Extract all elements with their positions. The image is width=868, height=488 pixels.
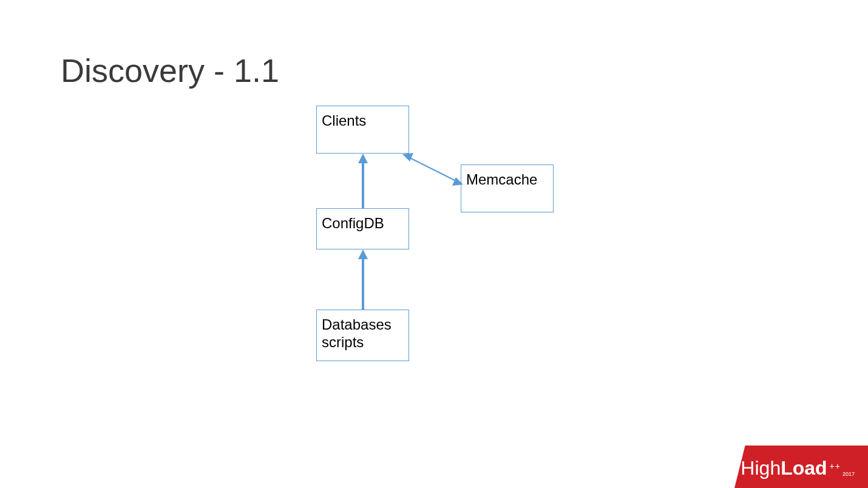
arrow-databases-to-configdb [358, 249, 370, 311]
logo-prefix: High [741, 457, 781, 480]
slide-title: Discovery - 1.1 [61, 52, 279, 89]
logo-plus: ++ [830, 461, 841, 471]
svg-marker-3 [358, 249, 368, 259]
box-databases: Databases scripts [316, 310, 409, 361]
box-configdb: ConfigDB [316, 208, 409, 249]
logo-text: HighLoad ++ 2017 [741, 457, 855, 480]
arrow-clients-memcache [402, 151, 466, 193]
box-configdb-label: ConfigDB [322, 215, 384, 232]
box-databases-label: Databases scripts [322, 316, 404, 351]
box-clients-label: Clients [322, 112, 366, 129]
box-memcache-label: Memcache [466, 171, 537, 188]
logo-year: 2017 [843, 471, 855, 477]
logo-bold: Load [781, 457, 827, 480]
box-clients: Clients [316, 106, 409, 154]
box-memcache: Memcache [461, 164, 554, 212]
svg-marker-6 [452, 177, 463, 186]
svg-marker-5 [402, 153, 413, 161]
logo-highload: HighLoad ++ 2017 [734, 442, 868, 488]
svg-marker-1 [358, 154, 368, 163]
svg-line-4 [410, 158, 456, 181]
arrow-configdb-to-clients [358, 154, 370, 209]
